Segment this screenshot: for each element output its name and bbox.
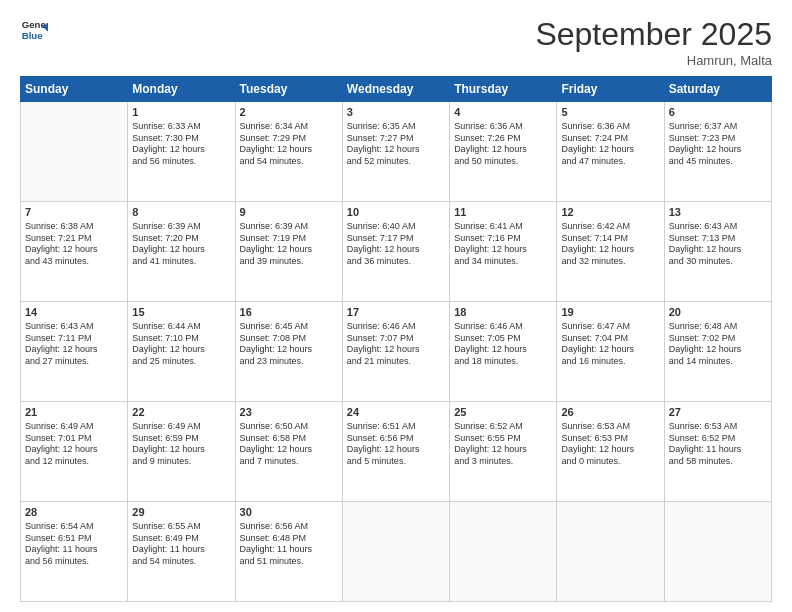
- day-number: 18: [454, 305, 552, 320]
- day-info: Sunrise: 6:40 AMSunset: 7:17 PMDaylight:…: [347, 221, 445, 268]
- day-number: 7: [25, 205, 123, 220]
- week-row-1: 1Sunrise: 6:33 AMSunset: 7:30 PMDaylight…: [21, 102, 772, 202]
- day-info: Sunrise: 6:46 AMSunset: 7:07 PMDaylight:…: [347, 321, 445, 368]
- day-info: Sunrise: 6:36 AMSunset: 7:26 PMDaylight:…: [454, 121, 552, 168]
- day-number: 5: [561, 105, 659, 120]
- calendar-cell: 7Sunrise: 6:38 AMSunset: 7:21 PMDaylight…: [21, 202, 128, 302]
- calendar-cell: 19Sunrise: 6:47 AMSunset: 7:04 PMDayligh…: [557, 302, 664, 402]
- calendar-cell: 12Sunrise: 6:42 AMSunset: 7:14 PMDayligh…: [557, 202, 664, 302]
- calendar-cell: 6Sunrise: 6:37 AMSunset: 7:23 PMDaylight…: [664, 102, 771, 202]
- calendar-cell: [450, 502, 557, 602]
- calendar-cell: 1Sunrise: 6:33 AMSunset: 7:30 PMDaylight…: [128, 102, 235, 202]
- calendar-header-row: Sunday Monday Tuesday Wednesday Thursday…: [21, 77, 772, 102]
- calendar-cell: 27Sunrise: 6:53 AMSunset: 6:52 PMDayligh…: [664, 402, 771, 502]
- page-header: General Blue September 2025 Hamrun, Malt…: [20, 16, 772, 68]
- day-info: Sunrise: 6:49 AMSunset: 6:59 PMDaylight:…: [132, 421, 230, 468]
- day-info: Sunrise: 6:49 AMSunset: 7:01 PMDaylight:…: [25, 421, 123, 468]
- day-info: Sunrise: 6:44 AMSunset: 7:10 PMDaylight:…: [132, 321, 230, 368]
- title-block: September 2025 Hamrun, Malta: [535, 16, 772, 68]
- logo: General Blue: [20, 16, 50, 44]
- calendar-cell: 3Sunrise: 6:35 AMSunset: 7:27 PMDaylight…: [342, 102, 449, 202]
- col-wednesday: Wednesday: [342, 77, 449, 102]
- calendar-cell: [21, 102, 128, 202]
- calendar-cell: 2Sunrise: 6:34 AMSunset: 7:29 PMDaylight…: [235, 102, 342, 202]
- col-thursday: Thursday: [450, 77, 557, 102]
- day-info: Sunrise: 6:55 AMSunset: 6:49 PMDaylight:…: [132, 521, 230, 568]
- calendar-table: Sunday Monday Tuesday Wednesday Thursday…: [20, 76, 772, 602]
- day-number: 27: [669, 405, 767, 420]
- calendar-cell: 23Sunrise: 6:50 AMSunset: 6:58 PMDayligh…: [235, 402, 342, 502]
- day-number: 2: [240, 105, 338, 120]
- calendar-cell: 10Sunrise: 6:40 AMSunset: 7:17 PMDayligh…: [342, 202, 449, 302]
- day-number: 30: [240, 505, 338, 520]
- calendar-cell: 25Sunrise: 6:52 AMSunset: 6:55 PMDayligh…: [450, 402, 557, 502]
- day-number: 19: [561, 305, 659, 320]
- day-number: 28: [25, 505, 123, 520]
- col-sunday: Sunday: [21, 77, 128, 102]
- calendar-cell: 16Sunrise: 6:45 AMSunset: 7:08 PMDayligh…: [235, 302, 342, 402]
- day-info: Sunrise: 6:45 AMSunset: 7:08 PMDaylight:…: [240, 321, 338, 368]
- calendar-cell: [342, 502, 449, 602]
- day-number: 25: [454, 405, 552, 420]
- month-title: September 2025: [535, 16, 772, 53]
- day-info: Sunrise: 6:56 AMSunset: 6:48 PMDaylight:…: [240, 521, 338, 568]
- day-number: 6: [669, 105, 767, 120]
- day-number: 10: [347, 205, 445, 220]
- day-info: Sunrise: 6:43 AMSunset: 7:11 PMDaylight:…: [25, 321, 123, 368]
- calendar-cell: 4Sunrise: 6:36 AMSunset: 7:26 PMDaylight…: [450, 102, 557, 202]
- calendar-body: 1Sunrise: 6:33 AMSunset: 7:30 PMDaylight…: [21, 102, 772, 602]
- day-info: Sunrise: 6:50 AMSunset: 6:58 PMDaylight:…: [240, 421, 338, 468]
- day-number: 12: [561, 205, 659, 220]
- day-info: Sunrise: 6:43 AMSunset: 7:13 PMDaylight:…: [669, 221, 767, 268]
- day-info: Sunrise: 6:34 AMSunset: 7:29 PMDaylight:…: [240, 121, 338, 168]
- calendar-cell: 26Sunrise: 6:53 AMSunset: 6:53 PMDayligh…: [557, 402, 664, 502]
- calendar-cell: 20Sunrise: 6:48 AMSunset: 7:02 PMDayligh…: [664, 302, 771, 402]
- calendar-cell: 22Sunrise: 6:49 AMSunset: 6:59 PMDayligh…: [128, 402, 235, 502]
- col-monday: Monday: [128, 77, 235, 102]
- calendar-cell: 14Sunrise: 6:43 AMSunset: 7:11 PMDayligh…: [21, 302, 128, 402]
- day-info: Sunrise: 6:42 AMSunset: 7:14 PMDaylight:…: [561, 221, 659, 268]
- day-number: 4: [454, 105, 552, 120]
- day-info: Sunrise: 6:38 AMSunset: 7:21 PMDaylight:…: [25, 221, 123, 268]
- day-number: 26: [561, 405, 659, 420]
- day-info: Sunrise: 6:39 AMSunset: 7:20 PMDaylight:…: [132, 221, 230, 268]
- day-info: Sunrise: 6:35 AMSunset: 7:27 PMDaylight:…: [347, 121, 445, 168]
- day-info: Sunrise: 6:39 AMSunset: 7:19 PMDaylight:…: [240, 221, 338, 268]
- day-number: 22: [132, 405, 230, 420]
- day-number: 17: [347, 305, 445, 320]
- calendar-cell: 24Sunrise: 6:51 AMSunset: 6:56 PMDayligh…: [342, 402, 449, 502]
- day-info: Sunrise: 6:52 AMSunset: 6:55 PMDaylight:…: [454, 421, 552, 468]
- day-number: 14: [25, 305, 123, 320]
- day-number: 3: [347, 105, 445, 120]
- day-number: 15: [132, 305, 230, 320]
- week-row-2: 7Sunrise: 6:38 AMSunset: 7:21 PMDaylight…: [21, 202, 772, 302]
- day-number: 8: [132, 205, 230, 220]
- calendar-cell: 30Sunrise: 6:56 AMSunset: 6:48 PMDayligh…: [235, 502, 342, 602]
- calendar-cell: 9Sunrise: 6:39 AMSunset: 7:19 PMDaylight…: [235, 202, 342, 302]
- col-friday: Friday: [557, 77, 664, 102]
- day-number: 23: [240, 405, 338, 420]
- calendar-cell: 11Sunrise: 6:41 AMSunset: 7:16 PMDayligh…: [450, 202, 557, 302]
- day-number: 13: [669, 205, 767, 220]
- calendar-cell: [557, 502, 664, 602]
- calendar-cell: 5Sunrise: 6:36 AMSunset: 7:24 PMDaylight…: [557, 102, 664, 202]
- day-info: Sunrise: 6:48 AMSunset: 7:02 PMDaylight:…: [669, 321, 767, 368]
- day-number: 24: [347, 405, 445, 420]
- day-info: Sunrise: 6:37 AMSunset: 7:23 PMDaylight:…: [669, 121, 767, 168]
- location: Hamrun, Malta: [535, 53, 772, 68]
- calendar-cell: 13Sunrise: 6:43 AMSunset: 7:13 PMDayligh…: [664, 202, 771, 302]
- calendar-cell: 8Sunrise: 6:39 AMSunset: 7:20 PMDaylight…: [128, 202, 235, 302]
- week-row-4: 21Sunrise: 6:49 AMSunset: 7:01 PMDayligh…: [21, 402, 772, 502]
- calendar-cell: 29Sunrise: 6:55 AMSunset: 6:49 PMDayligh…: [128, 502, 235, 602]
- day-number: 29: [132, 505, 230, 520]
- week-row-5: 28Sunrise: 6:54 AMSunset: 6:51 PMDayligh…: [21, 502, 772, 602]
- day-number: 9: [240, 205, 338, 220]
- calendar-cell: 15Sunrise: 6:44 AMSunset: 7:10 PMDayligh…: [128, 302, 235, 402]
- calendar-cell: 21Sunrise: 6:49 AMSunset: 7:01 PMDayligh…: [21, 402, 128, 502]
- svg-text:Blue: Blue: [22, 30, 43, 41]
- day-info: Sunrise: 6:41 AMSunset: 7:16 PMDaylight:…: [454, 221, 552, 268]
- day-info: Sunrise: 6:46 AMSunset: 7:05 PMDaylight:…: [454, 321, 552, 368]
- day-number: 21: [25, 405, 123, 420]
- day-number: 16: [240, 305, 338, 320]
- day-info: Sunrise: 6:51 AMSunset: 6:56 PMDaylight:…: [347, 421, 445, 468]
